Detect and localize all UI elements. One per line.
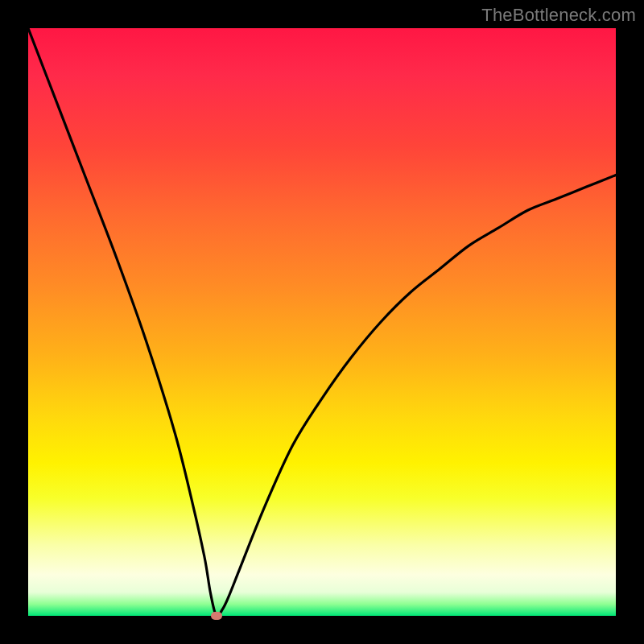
- watermark-text: TheBottleneck.com: [481, 5, 636, 26]
- curve-minimum-marker: [211, 612, 222, 620]
- chart-frame: TheBottleneck.com: [0, 0, 644, 644]
- curve-path: [28, 28, 616, 616]
- chart-plot-area: [28, 28, 616, 616]
- bottleneck-curve: [28, 28, 616, 616]
